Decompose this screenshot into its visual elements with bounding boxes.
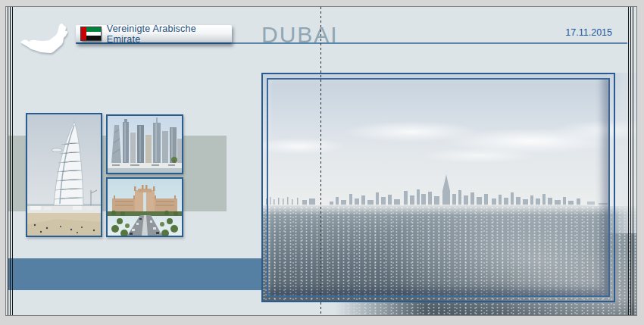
- blue-band: [8, 258, 262, 290]
- photo-frame-outer: [261, 73, 615, 302]
- page-fold-dotted-line: [320, 7, 321, 315]
- page-title: DUBAI: [261, 22, 339, 48]
- uae-map-silhouette: [19, 17, 73, 58]
- country-label: Vereinigte Arabische Emirate: [107, 23, 232, 45]
- binding-lines-left: [8, 7, 14, 315]
- photo-skyline-panorama: [261, 73, 636, 315]
- screenshot-stage: Vereinigte Arabische Emirate DUBAI 17.11…: [0, 0, 644, 325]
- binding-lines-right: [628, 7, 633, 315]
- photo-atlantis: [106, 177, 183, 237]
- album-page: Vereinigte Arabische Emirate DUBAI 17.11…: [5, 6, 637, 316]
- date-label: 17.11.2015: [565, 27, 612, 38]
- uae-flag-icon: [81, 27, 101, 40]
- panorama-fade-bottom: [261, 302, 424, 315]
- photo-dubai-marina: [106, 114, 183, 174]
- photo-burj-al-arab: [26, 113, 102, 237]
- country-banner: Vereinigte Arabische Emirate: [76, 25, 232, 44]
